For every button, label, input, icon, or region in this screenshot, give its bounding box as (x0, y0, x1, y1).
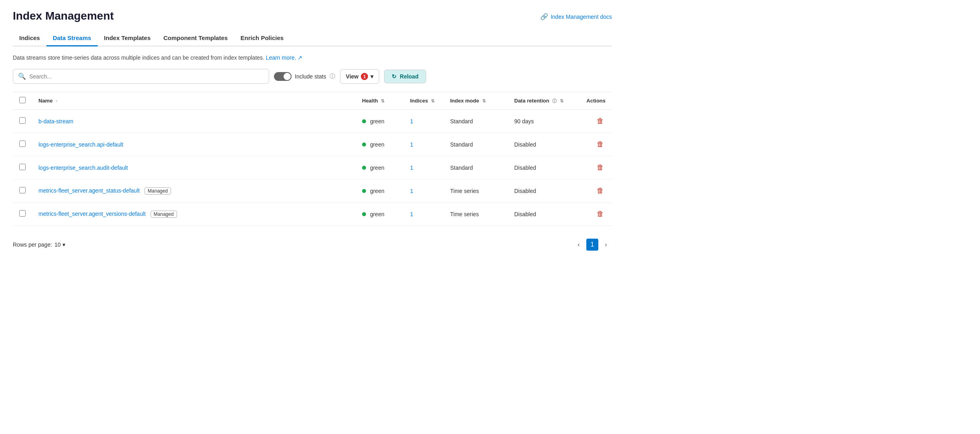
pagination-next-button[interactable]: › (600, 239, 612, 251)
row-actions-0: 🗑 (580, 110, 612, 133)
row-retention-2: Disabled (508, 156, 580, 179)
tab-component-templates[interactable]: Component Templates (157, 30, 234, 46)
info-icon-retention: ⓘ (552, 98, 557, 103)
search-input[interactable] (29, 73, 264, 80)
delete-button-4[interactable]: 🗑 (595, 208, 606, 220)
reload-icon: ↻ (392, 73, 396, 80)
toolbar: 🔍 ✕ Include stats ⓘ View 1 ▾ ↻ Reload (13, 69, 612, 84)
row-checkbox-input-3[interactable] (19, 187, 26, 193)
tab-index-templates[interactable]: Index Templates (98, 30, 157, 46)
row-health-2: green (356, 156, 404, 179)
indices-link-4[interactable]: 1 (410, 211, 413, 217)
row-checkbox-input-2[interactable] (19, 164, 26, 170)
select-all-checkbox[interactable] (19, 97, 26, 103)
column-header-health[interactable]: Health ⇅ (356, 92, 404, 110)
sort-icon-retention: ⇅ (560, 98, 563, 103)
sort-icon-indices: ⇅ (431, 98, 435, 103)
learn-more-link[interactable]: Learn more. ↗ (266, 54, 302, 61)
indices-link-3[interactable]: 1 (410, 188, 413, 194)
table-row: metrics-fleet_server.agent_status-defaul… (13, 179, 612, 203)
column-header-actions: Actions (580, 92, 612, 110)
health-text-2: green (370, 165, 384, 171)
tab-enrich-policies[interactable]: Enrich Policies (234, 30, 290, 46)
view-button[interactable]: View 1 ▾ (340, 69, 380, 84)
stream-link-2[interactable]: logs-enterprise_search.audit-default (38, 165, 128, 171)
row-indices-2: 1 (404, 156, 444, 179)
row-health-1: green (356, 133, 404, 156)
search-box[interactable]: 🔍 (13, 69, 269, 84)
column-header-index-mode[interactable]: Index mode ⇅ (444, 92, 508, 110)
rows-per-page-dropdown[interactable]: 10 ▾ (54, 241, 65, 248)
page-title: Index Management (13, 10, 114, 22)
select-all-checkbox-header[interactable] (13, 92, 32, 110)
view-badge: 1 (361, 73, 368, 80)
rows-per-page-control: Rows per page: 10 ▾ (13, 241, 65, 248)
row-actions-3: 🗑 (580, 179, 612, 203)
indices-link-0[interactable]: 1 (410, 118, 413, 125)
health-text-3: green (370, 188, 384, 194)
row-checkbox-0[interactable] (13, 110, 32, 133)
delete-button-0[interactable]: 🗑 (595, 115, 606, 127)
toggle-knob (284, 73, 291, 80)
reload-button[interactable]: ↻ Reload (384, 70, 426, 83)
info-icon[interactable]: ⓘ (330, 73, 335, 80)
docs-icon: 🔗 (540, 13, 548, 20)
row-actions-2: 🗑 (580, 156, 612, 179)
indices-link-2[interactable]: 1 (410, 165, 413, 171)
pagination-page-1-button[interactable]: 1 (586, 239, 598, 251)
row-indexmode-2: Standard (444, 156, 508, 179)
row-checkbox-3[interactable] (13, 179, 32, 203)
health-text-0: green (370, 118, 384, 125)
delete-button-1[interactable]: 🗑 (595, 139, 606, 150)
row-indexmode-1: Standard (444, 133, 508, 156)
description-body: Data streams store time-series data acro… (13, 54, 264, 61)
tabs-nav: Indices Data Streams Index Templates Com… (13, 30, 612, 46)
search-icon: 🔍 (18, 72, 26, 80)
health-dot-2 (362, 166, 366, 170)
row-indexmode-0: Standard (444, 110, 508, 133)
include-stats-toggle[interactable]: ✕ (274, 72, 292, 81)
stream-link-3[interactable]: metrics-fleet_server.agent_status-defaul… (38, 187, 140, 194)
delete-button-2[interactable]: 🗑 (595, 162, 606, 173)
stream-link-0[interactable]: b-data-stream (38, 118, 73, 125)
tab-data-streams[interactable]: Data Streams (46, 30, 98, 46)
row-actions-4: 🗑 (580, 203, 612, 226)
pagination: ‹ 1 › (573, 239, 612, 251)
chevron-down-icon: ▾ (370, 73, 373, 80)
row-indices-1: 1 (404, 133, 444, 156)
stream-link-4[interactable]: metrics-fleet_server.agent_versions-defa… (38, 211, 146, 217)
indices-link-1[interactable]: 1 (410, 141, 413, 148)
row-checkbox-2[interactable] (13, 156, 32, 179)
table-header-row: Name ↑ Health ⇅ Indices ⇅ Index mode ⇅ D… (13, 92, 612, 110)
docs-link[interactable]: 🔗 Index Management docs (540, 13, 612, 20)
row-health-0: green (356, 110, 404, 133)
column-header-name[interactable]: Name ↑ (32, 92, 356, 110)
row-indices-4: 1 (404, 203, 444, 226)
row-checkbox-input-1[interactable] (19, 141, 26, 147)
column-header-indices[interactable]: Indices ⇅ (404, 92, 444, 110)
row-checkbox-input-0[interactable] (19, 117, 26, 124)
table-footer: Rows per page: 10 ▾ ‹ 1 › (13, 234, 612, 251)
tab-indices[interactable]: Indices (13, 30, 46, 46)
table-row: logs-enterprise_search.api-default green… (13, 133, 612, 156)
description-text: Data streams store time-series data acro… (13, 54, 612, 61)
row-checkbox-1[interactable] (13, 133, 32, 156)
row-indexmode-4: Time series (444, 203, 508, 226)
sort-asc-icon: ↑ (56, 98, 58, 103)
pagination-prev-button[interactable]: ‹ (573, 239, 585, 251)
row-checkbox-4[interactable] (13, 203, 32, 226)
delete-button-3[interactable]: 🗑 (595, 185, 606, 197)
stream-link-1[interactable]: logs-enterprise_search.api-default (38, 141, 123, 148)
row-retention-0: 90 days (508, 110, 580, 133)
health-dot-0 (362, 119, 366, 123)
reload-label: Reload (400, 73, 419, 80)
column-header-data-retention[interactable]: Data retention ⓘ ⇅ (508, 92, 580, 110)
docs-link-label: Index Management docs (551, 14, 612, 20)
row-indexmode-3: Time series (444, 179, 508, 203)
table-row: b-data-stream green 1 Standard 90 days 🗑 (13, 110, 612, 133)
row-health-4: green (356, 203, 404, 226)
page-header: Index Management 🔗 Index Management docs (13, 10, 612, 22)
row-checkbox-input-4[interactable] (19, 210, 26, 217)
data-streams-table: Name ↑ Health ⇅ Indices ⇅ Index mode ⇅ D… (13, 92, 612, 226)
sort-icon-health: ⇅ (381, 98, 384, 103)
